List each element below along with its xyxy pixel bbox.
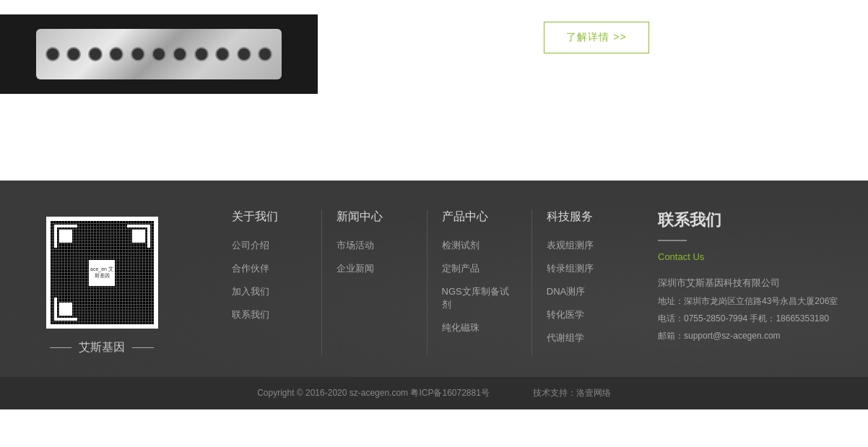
hole-4 — [109, 47, 123, 61]
link-epigenomics[interactable]: 表观组测序 — [547, 239, 622, 252]
product-image-inner — [36, 29, 282, 79]
footer-col-products: 产品中心 检测试剂 定制产品 NGS文库制备试剂 纯化磁珠 — [428, 209, 532, 355]
link-dna-sequencing[interactable]: DNA测序 — [547, 285, 622, 298]
footer-contact-section: 联系我们 Contact Us 深圳市艾斯基因科技有限公司 地址：深圳市龙岗区立… — [636, 209, 838, 355]
link-ngs-library[interactable]: NGS文库制备试剂 — [442, 285, 517, 311]
product-image-wrap — [0, 14, 325, 94]
qr-logo: ace_en 艾斯基因 — [89, 260, 115, 286]
link-contact[interactable]: 联系我们 — [232, 308, 307, 321]
link-company-news[interactable]: 企业新闻 — [337, 262, 412, 275]
hole-8 — [194, 47, 209, 61]
contact-email: 邮箱：support@sz-acegen.com — [658, 327, 838, 344]
hole-6 — [152, 47, 166, 61]
top-section: 了解详情 >> — [0, 0, 868, 123]
link-market-events[interactable]: 市场活动 — [337, 239, 412, 252]
link-purification-beads[interactable]: 纯化磁珠 — [442, 321, 517, 334]
footer-main: ace_en 艾斯基因 艾斯基因 关于我们 公司介绍 合作伙伴 加入我们 联系我… — [15, 209, 853, 377]
contact-title: 联系我们 — [658, 209, 838, 231]
link-custom-products[interactable]: 定制产品 — [442, 262, 517, 275]
product-image — [0, 14, 318, 94]
link-translational-medicine[interactable]: 转化医学 — [547, 308, 622, 321]
footer-bottom-inner: Copyright © 2016-2020 sz-acegen.com 粤ICP… — [0, 387, 868, 399]
contact-company: 深圳市艾斯基因科技有限公司 — [658, 274, 838, 292]
footer-bottom: Copyright © 2016-2020 sz-acegen.com 粤ICP… — [0, 377, 868, 409]
footer-col-services: 科技服务 表观组测序 转录组测序 DNA测序 转化医学 代谢组学 — [532, 209, 636, 355]
qr-fill-tl — [59, 230, 72, 243]
col-services-title: 科技服务 — [547, 209, 622, 225]
footer-col-about: 关于我们 公司介绍 合作伙伴 加入我们 联系我们 — [217, 209, 322, 355]
spacer — [0, 123, 868, 181]
hole-2 — [66, 47, 81, 61]
contact-address: 地址：深圳市龙岗区立信路43号永昌大厦206室 — [658, 292, 838, 310]
brand-name: 艾斯基因 — [79, 340, 125, 355]
detail-button-wrap: 了解详情 >> — [325, 14, 868, 53]
link-join-us[interactable]: 加入我们 — [232, 285, 307, 298]
footer-col-news: 新闻中心 市场活动 企业新闻 — [322, 209, 427, 355]
copyright-text: Copyright © 2016-2020 sz-acegen.com 粤ICP… — [257, 387, 490, 399]
qr-fill-bl — [59, 303, 72, 316]
hole-10 — [237, 47, 251, 61]
footer-nav: 关于我们 公司介绍 合作伙伴 加入我们 联系我们 新闻中心 市场活动 企业新闻 … — [174, 209, 636, 355]
link-transcriptomics[interactable]: 转录组测序 — [547, 262, 622, 275]
qr-code: ace_en 艾斯基因 — [51, 221, 154, 324]
hole-5 — [131, 47, 145, 61]
brand-line-left — [50, 347, 71, 348]
detail-button[interactable]: 了解详情 >> — [544, 22, 648, 53]
link-metabolomics[interactable]: 代谢组学 — [547, 331, 622, 344]
contact-divider — [658, 240, 687, 241]
link-partners[interactable]: 合作伙伴 — [232, 262, 307, 275]
link-company-intro[interactable]: 公司介绍 — [232, 239, 307, 252]
link-detection-reagents[interactable]: 检测试剂 — [442, 239, 517, 252]
brand-line-right — [132, 347, 154, 348]
contact-phone: 电话：0755-2850-7994 手机：18665353180 — [658, 310, 838, 327]
qr-code-wrap: ace_en 艾斯基因 — [46, 217, 158, 329]
col-products-title: 产品中心 — [442, 209, 517, 225]
contact-info: 深圳市艾斯基因科技有限公司 地址：深圳市龙岗区立信路43号永昌大厦206室 电话… — [658, 274, 838, 344]
contact-en-label: Contact Us — [658, 251, 838, 262]
footer-qr-section: ace_en 艾斯基因 艾斯基因 — [30, 209, 174, 355]
footer-brand: 艾斯基因 — [50, 340, 154, 355]
qr-fill-tr — [132, 230, 145, 243]
tech-support-text: 技术支持：洛壹网络 — [533, 387, 611, 399]
hole-3 — [88, 47, 103, 61]
hole-1 — [45, 47, 60, 61]
footer: ace_en 艾斯基因 艾斯基因 关于我们 公司介绍 合作伙伴 加入我们 联系我… — [0, 181, 868, 409]
hole-11 — [258, 47, 272, 61]
col-news-title: 新闻中心 — [337, 209, 412, 225]
col-about-title: 关于我们 — [232, 209, 307, 225]
hole-7 — [173, 47, 187, 61]
hole-9 — [215, 47, 230, 61]
